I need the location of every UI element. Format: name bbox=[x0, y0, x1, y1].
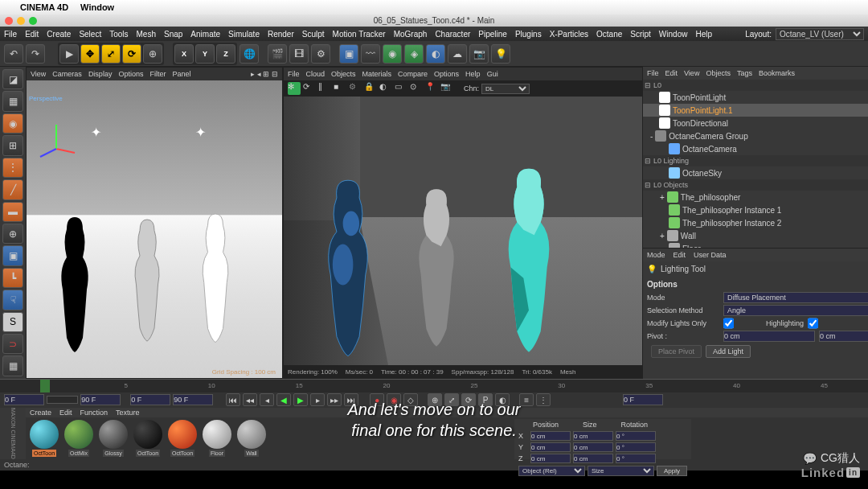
obj-menu-item[interactable]: File bbox=[647, 69, 659, 77]
material-item[interactable]: OctToon bbox=[132, 420, 164, 457]
menu-snap[interactable]: Snap bbox=[164, 30, 182, 39]
record-button[interactable]: ● bbox=[370, 393, 384, 406]
pause-icon[interactable]: ‖ bbox=[318, 82, 331, 95]
redo-button[interactable]: ↷ bbox=[26, 44, 45, 64]
lock-icon[interactable]: 🔒 bbox=[364, 82, 377, 95]
light-button[interactable]: 💡 bbox=[491, 44, 510, 64]
material-item[interactable]: Glossy bbox=[97, 420, 129, 457]
tree-item[interactable]: ToonPointLight bbox=[643, 91, 868, 104]
channel-select[interactable]: DL bbox=[481, 84, 530, 94]
minimize-icon[interactable] bbox=[17, 17, 25, 25]
move-tool[interactable]: ✥ bbox=[80, 44, 100, 64]
point-mode-button[interactable]: ⋮ bbox=[2, 158, 23, 178]
poly-mode-button[interactable]: ▬ bbox=[2, 202, 23, 222]
workplane-button[interactable]: ⊞ bbox=[2, 135, 23, 155]
mat-menu-item[interactable]: Edit bbox=[59, 409, 72, 417]
tree-item[interactable]: OctaneSky bbox=[643, 166, 868, 179]
tree-item[interactable]: +The_philosopher bbox=[643, 191, 868, 203]
light-gizmo-icon[interactable]: ✦ bbox=[195, 125, 206, 140]
mat-menu-item[interactable]: Function bbox=[80, 409, 108, 417]
obj-menu-item[interactable]: View bbox=[684, 69, 699, 77]
material-item[interactable]: Wall bbox=[235, 420, 268, 457]
rot-input[interactable] bbox=[616, 431, 656, 441]
goto-end-button[interactable]: ⏭ bbox=[344, 393, 358, 406]
timeline[interactable]: 051015202530354045 ⏮ ◂◂ ◂ ◀ ▶ ▸ ▸▸ ⏭ ● ◉… bbox=[0, 379, 868, 408]
vp-menu-item[interactable]: Filter bbox=[149, 70, 166, 78]
spline-button[interactable]: 〰 bbox=[361, 44, 380, 64]
size-input[interactable] bbox=[573, 431, 613, 441]
vp-menu-item[interactable]: Display bbox=[88, 70, 113, 78]
camera-button[interactable]: 📷 bbox=[469, 44, 489, 64]
menu-pipeline[interactable]: Pipeline bbox=[478, 30, 507, 39]
octane-menu-item[interactable]: Help bbox=[465, 70, 481, 78]
menu-select[interactable]: Select bbox=[79, 30, 101, 39]
mac-window-menu[interactable]: Window bbox=[80, 2, 114, 12]
perspective-viewport[interactable]: ViewCamerasDisplayOptionsFilterPanel▸ ◂ … bbox=[26, 67, 283, 379]
menu-tools[interactable]: Tools bbox=[109, 30, 128, 39]
light-gizmo-icon[interactable]: ✦ bbox=[91, 125, 101, 140]
menu-octane[interactable]: Octane bbox=[596, 30, 622, 39]
place-pivot-button[interactable]: Place Pivot bbox=[651, 345, 702, 358]
tree-group[interactable]: ⊟L0 Lighting bbox=[643, 155, 868, 166]
menu-mesh[interactable]: Mesh bbox=[137, 30, 156, 39]
tree-item[interactable]: ToonDirectional bbox=[643, 117, 868, 129]
menu-script[interactable]: Script bbox=[630, 30, 651, 39]
next-frame-button[interactable]: ▸ bbox=[310, 393, 325, 406]
magnet-button[interactable]: ⊃ bbox=[2, 334, 23, 354]
menu-simulate[interactable]: Simulate bbox=[228, 30, 260, 39]
range-end-input[interactable] bbox=[80, 394, 121, 405]
mat-menu-item[interactable]: Texture bbox=[116, 409, 140, 417]
layout-select[interactable]: Octane_LV (User) bbox=[776, 28, 864, 40]
model-mode-button[interactable]: ▦ bbox=[2, 91, 23, 111]
environment-button[interactable]: ☁ bbox=[448, 44, 467, 64]
octane-viewport[interactable]: FileCloudObjectsMaterialsCompareOptionsH… bbox=[283, 67, 643, 379]
octane-logo-icon[interactable]: ✻ bbox=[288, 82, 301, 95]
pos-input[interactable] bbox=[530, 454, 571, 463]
tweak-button[interactable]: ☟ bbox=[2, 290, 23, 310]
camera-icon[interactable]: 📷 bbox=[440, 82, 453, 95]
modify-lights-checkbox[interactable] bbox=[723, 318, 734, 329]
soft-select-button[interactable]: ▦ bbox=[2, 355, 23, 376]
coord-mode-select[interactable]: Object (Rel) bbox=[518, 466, 585, 476]
axis-gizmo-icon[interactable] bbox=[36, 121, 76, 161]
key-scale-button[interactable]: ⤢ bbox=[444, 393, 459, 406]
axis-z-button[interactable]: Z bbox=[216, 44, 235, 64]
axis-lock-button[interactable]: ┗ bbox=[2, 268, 23, 288]
viewport-solo-button[interactable]: ▣ bbox=[2, 245, 23, 265]
undo-button[interactable]: ↶ bbox=[4, 44, 23, 64]
tree-item[interactable]: OctaneCamera bbox=[643, 142, 868, 155]
deformer-button[interactable]: ◐ bbox=[426, 44, 445, 64]
octane-menu-item[interactable]: Objects bbox=[331, 70, 356, 78]
obj-menu-item[interactable]: Bookmarks bbox=[759, 69, 795, 77]
selection-method-select[interactable]: Angle bbox=[723, 305, 868, 316]
rot-input[interactable] bbox=[616, 442, 656, 452]
tree-item[interactable]: -OctaneCamera Group bbox=[643, 129, 868, 142]
stop-icon[interactable]: ■ bbox=[334, 82, 346, 95]
octane-menu-item[interactable]: Gui bbox=[487, 70, 498, 78]
prev-frame-button[interactable]: ◂ bbox=[260, 393, 274, 406]
size-mode-select[interactable]: Size bbox=[588, 466, 654, 476]
menu-file[interactable]: File bbox=[4, 30, 17, 39]
proj-end-input[interactable] bbox=[173, 394, 213, 405]
pos-input[interactable] bbox=[530, 431, 571, 441]
tree-item[interactable]: ToonPointLight.1 bbox=[643, 104, 868, 117]
obj-menu-item[interactable]: Tags bbox=[737, 69, 752, 77]
tree-group[interactable]: ⊟L0 Objects bbox=[643, 179, 868, 191]
edge-mode-button[interactable]: ╱ bbox=[2, 179, 23, 199]
material-item[interactable]: OctMix bbox=[63, 420, 95, 457]
cube-primitive-button[interactable]: ▣ bbox=[339, 44, 358, 64]
pivot-x-input[interactable] bbox=[723, 331, 815, 342]
menu-window[interactable]: Window bbox=[659, 30, 688, 39]
axis-mode-button[interactable]: ⊕ bbox=[2, 224, 23, 244]
octane-menu-item[interactable]: Compare bbox=[398, 70, 428, 78]
select-tool[interactable]: ▶ bbox=[59, 44, 79, 64]
vp-menu-item[interactable]: Panel bbox=[172, 70, 190, 78]
clay-icon[interactable]: ◐ bbox=[379, 82, 392, 95]
key-param-button[interactable]: P bbox=[478, 393, 493, 406]
coord-system-button[interactable]: 🌐 bbox=[240, 44, 259, 64]
pivot-y-input[interactable] bbox=[819, 331, 868, 342]
settings-icon[interactable]: ⚙ bbox=[349, 82, 362, 95]
menu-character[interactable]: Character bbox=[435, 30, 470, 39]
menu-sculpt[interactable]: Sculpt bbox=[302, 30, 325, 39]
obj-menu-item[interactable]: Objects bbox=[706, 69, 731, 77]
